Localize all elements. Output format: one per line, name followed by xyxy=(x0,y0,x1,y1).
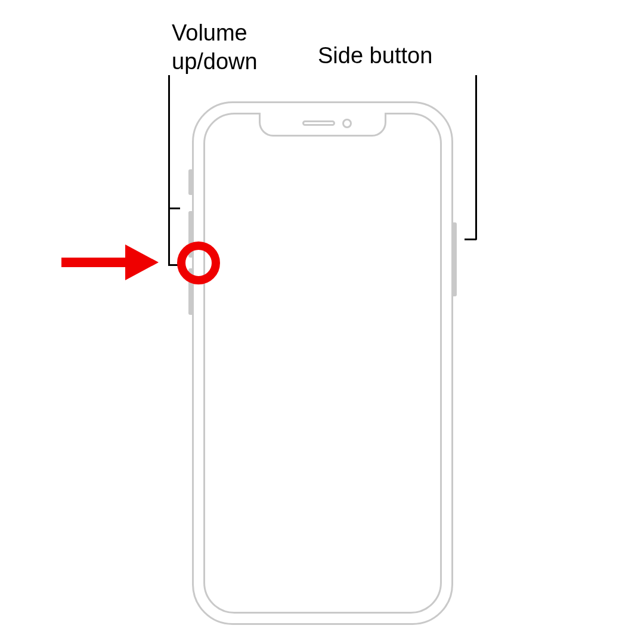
pointer-arrow-icon xyxy=(58,241,166,284)
highlight-circle-icon xyxy=(177,242,220,284)
leader-line-volume xyxy=(168,75,170,266)
front-camera-icon xyxy=(342,119,352,128)
leader-line-side xyxy=(475,75,477,240)
leader-tick-volume-up xyxy=(168,208,180,209)
speaker-slot-icon xyxy=(302,120,335,126)
side-button-icon xyxy=(453,222,457,296)
phone-screen-outline xyxy=(203,113,442,614)
volume-buttons-label: Volume up/down xyxy=(172,19,291,76)
side-button-label: Side button xyxy=(318,42,432,70)
leader-tick-side xyxy=(465,239,476,240)
